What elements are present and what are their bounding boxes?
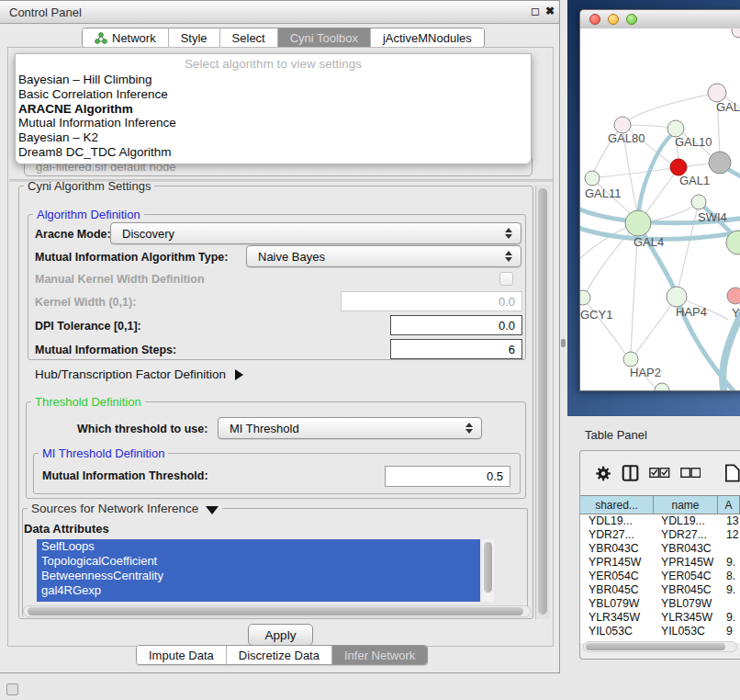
table-cell: YDL19... bbox=[654, 514, 718, 528]
attribute-list-item[interactable]: BetweennessCentrality bbox=[37, 569, 480, 583]
network-node[interactable] bbox=[585, 171, 600, 186]
network-window-titlebar[interactable] bbox=[580, 10, 740, 29]
settings-hscrollbar-thumb[interactable] bbox=[28, 607, 523, 615]
table-cell: 9 bbox=[718, 625, 740, 638]
dpi-tolerance-field[interactable]: 0.0 bbox=[390, 315, 522, 335]
kernel-width-field[interactable]: 0.0 bbox=[341, 291, 522, 311]
tab-style[interactable]: Style bbox=[169, 28, 220, 47]
tab-impute-data[interactable]: Impute Data bbox=[137, 646, 227, 664]
network-node[interactable] bbox=[727, 288, 740, 304]
zoom-traffic-light-icon[interactable] bbox=[626, 14, 637, 25]
close-icon[interactable]: ✖ bbox=[545, 6, 555, 17]
aracne-mode-value: Discovery bbox=[111, 227, 505, 241]
table-row[interactable]: YBR043CYBR043C bbox=[580, 542, 740, 556]
table-row[interactable]: YPR145WYPR145W9. bbox=[580, 556, 740, 570]
tab-network[interactable]: Network bbox=[83, 28, 169, 47]
network-node[interactable] bbox=[709, 152, 731, 174]
aracne-mode-combobox[interactable]: Discovery bbox=[110, 222, 521, 244]
algorithm-option[interactable]: Bayesian – K2 bbox=[16, 130, 531, 145]
network-node[interactable] bbox=[623, 352, 638, 367]
float-window-icon[interactable]: ◻ bbox=[531, 6, 540, 17]
algorithm-option[interactable]: Dream8 DC_TDC Algorithm bbox=[16, 145, 531, 160]
tab-infer-network[interactable]: Infer Network bbox=[332, 646, 427, 664]
network-edge-highlighted[interactable] bbox=[638, 131, 676, 223]
table-cell: YDR27... bbox=[580, 528, 654, 542]
tab-cyni-toolbox[interactable]: Cyni Toolbox bbox=[278, 28, 371, 47]
mi-steps-field[interactable]: 6 bbox=[390, 339, 522, 359]
table-row[interactable]: YLR345WYLR345W9. bbox=[580, 611, 740, 625]
network-edge[interactable] bbox=[599, 167, 678, 177]
panel-splitter[interactable] bbox=[561, 339, 566, 347]
algorithm-option[interactable]: Mutual Information Inference bbox=[16, 116, 531, 130]
attribute-list-item[interactable]: SelfLoops bbox=[37, 539, 480, 554]
spinner-arrows-icon bbox=[505, 251, 512, 262]
panel-divider bbox=[9, 179, 553, 182]
network-edge[interactable] bbox=[583, 298, 625, 354]
algorithm-option-selected[interactable]: ARACNE Algorithm bbox=[16, 102, 531, 117]
select-all-icon[interactable] bbox=[649, 467, 670, 480]
settings-scrollbar-track[interactable] bbox=[535, 186, 550, 619]
which-threshold-combobox[interactable]: MI Threshold bbox=[218, 417, 482, 439]
collapsed-panel-icon[interactable] bbox=[6, 683, 18, 695]
table-row[interactable]: YIL053CYIL053C9 bbox=[580, 625, 740, 638]
table-hscrollbar-thumb[interactable] bbox=[586, 643, 725, 650]
table-cell: YIL053C bbox=[580, 625, 654, 638]
network-node[interactable] bbox=[732, 28, 740, 38]
column-header-partial[interactable]: A bbox=[718, 496, 740, 514]
tab-discretize-data[interactable]: Discretize Data bbox=[227, 646, 332, 664]
which-threshold-label: Which threshold to use: bbox=[77, 423, 207, 435]
table-row[interactable]: YDR27...YDR27...12 bbox=[580, 528, 740, 542]
network-node[interactable] bbox=[708, 84, 726, 102]
table-row[interactable]: YDL19...YDL19...13 bbox=[580, 514, 740, 528]
table-row[interactable]: YBR045CYBR045C9. bbox=[580, 583, 740, 597]
table-row[interactable]: YER054CYER054C8. bbox=[580, 570, 740, 583]
network-node-label: GAL bbox=[716, 100, 740, 114]
deselect-all-icon[interactable] bbox=[680, 467, 701, 480]
settings-hscrollbar-track[interactable] bbox=[23, 605, 531, 617]
hub-definition-toggle[interactable]: Hub/Transcription Factor Definition bbox=[35, 367, 243, 381]
network-edge[interactable] bbox=[628, 93, 717, 120]
attributes-scrollbar-track[interactable] bbox=[482, 539, 494, 602]
network-node[interactable] bbox=[625, 210, 651, 236]
tab-jactivemnodules[interactable]: jActiveMNodules bbox=[371, 28, 484, 47]
table-hscrollbar-track[interactable] bbox=[583, 641, 737, 652]
sources-title-row[interactable]: Sources for Network Inference bbox=[28, 502, 222, 515]
network-node[interactable] bbox=[580, 290, 590, 305]
apply-button-label: Apply bbox=[265, 628, 297, 642]
panel-title: Control Panel bbox=[0, 6, 82, 19]
attribute-list-item[interactable]: gal4RGexp bbox=[37, 583, 480, 598]
network-node[interactable] bbox=[691, 195, 706, 209]
network-node-label: Y bbox=[732, 306, 740, 320]
tab-select[interactable]: Select bbox=[220, 28, 278, 47]
network-node[interactable] bbox=[667, 287, 687, 307]
minimize-traffic-light-icon[interactable] bbox=[608, 14, 619, 25]
table-cell: YLR345W bbox=[654, 611, 718, 625]
gear-icon[interactable] bbox=[595, 464, 611, 483]
mi-threshold-field[interactable]: 0.5 bbox=[385, 466, 510, 487]
attribute-list-item[interactable]: TopologicalCoefficient bbox=[37, 554, 480, 569]
algorithm-option[interactable]: Bayesian – Hill Climbing bbox=[16, 73, 531, 87]
settings-scrollbar-thumb[interactable] bbox=[538, 188, 547, 615]
data-attributes-list[interactable]: SelfLoopsTopologicalCoefficientBetweenne… bbox=[37, 539, 480, 602]
table-rows[interactable]: YDL19...YDL19...13YDR27...YDR27...12YBR0… bbox=[580, 514, 740, 643]
manual-kernel-checkbox[interactable] bbox=[499, 272, 513, 286]
network-canvas[interactable]: GALGAL80GAL10GAL1GAL11SWI4GAL4GCY1HAP4YH… bbox=[580, 28, 740, 390]
column-header-name[interactable]: name bbox=[654, 496, 718, 514]
tab-infer-network-label: Infer Network bbox=[344, 649, 415, 662]
manual-kernel-label: Manual Kernel Width Definition bbox=[35, 273, 205, 286]
network-node-label: GAL1 bbox=[679, 174, 710, 187]
show-columns-icon[interactable] bbox=[622, 463, 639, 483]
algorithm-option[interactable]: Basic Correlation Inference bbox=[16, 87, 531, 102]
table-cell: YBR045C bbox=[580, 583, 654, 597]
mi-type-combobox[interactable]: Naive Bayes bbox=[246, 245, 521, 267]
column-header-sharedname[interactable]: shared... bbox=[580, 496, 654, 514]
apply-button[interactable]: Apply bbox=[248, 624, 313, 646]
network-node[interactable] bbox=[655, 383, 669, 390]
tab-jactivemnodules-label: jActiveMNodules bbox=[383, 31, 472, 45]
network-edge[interactable] bbox=[678, 202, 699, 288]
network-node-label: GCY1 bbox=[580, 308, 612, 322]
new-table-icon[interactable] bbox=[725, 463, 740, 483]
table-row[interactable]: YBL079WYBL079W bbox=[580, 597, 740, 611]
close-traffic-light-icon[interactable] bbox=[589, 14, 600, 25]
attributes-scrollbar-thumb[interactable] bbox=[484, 542, 492, 593]
